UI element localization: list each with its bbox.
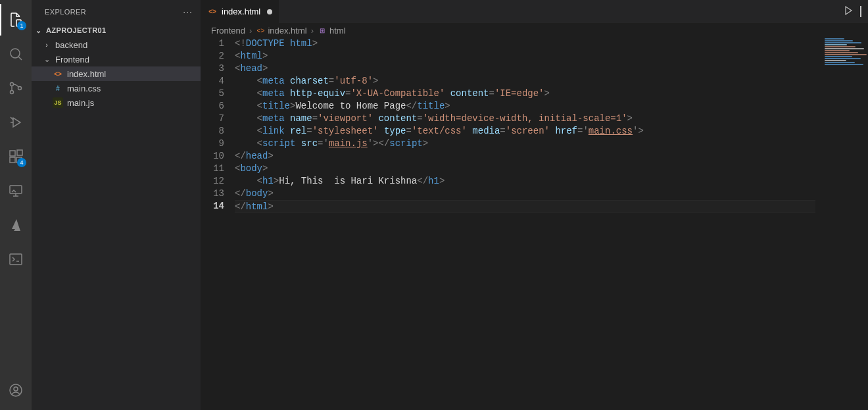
split-editor-icon[interactable] xyxy=(860,7,861,16)
activity-explorer[interactable]: 1 xyxy=(0,4,32,36)
editor-tabs: index.html xyxy=(201,0,868,23)
tree-label: backend xyxy=(55,40,87,50)
breadcrumb-segment[interactable]: Frontend xyxy=(211,26,245,36)
symbol-struct-icon: ⊞ xyxy=(318,26,327,35)
tree-label: index.html xyxy=(67,69,106,79)
html-file-icon: <> xyxy=(256,26,265,35)
activity-search[interactable] xyxy=(0,38,32,70)
breadcrumb-segment[interactable]: html xyxy=(329,26,346,36)
breadcrumb-segment[interactable]: index.html xyxy=(268,26,306,36)
extensions-badge: 4 xyxy=(17,158,26,167)
svg-rect-5 xyxy=(10,157,15,163)
svg-rect-8 xyxy=(10,186,22,193)
run-icon[interactable] xyxy=(843,5,854,18)
code-editor[interactable]: 1234567891011121314 <!DOCTYPE html><html… xyxy=(201,38,868,410)
explorer-title: EXPLORER xyxy=(45,8,86,16)
chevron-down-icon: ⌄ xyxy=(42,55,51,64)
html-file-icon xyxy=(53,68,63,79)
file-tree: ›backend⌄Frontendindex.htmlmain.cssJSmai… xyxy=(32,38,201,110)
activity-remote[interactable] xyxy=(0,175,32,207)
file-main-css[interactable]: main.css xyxy=(32,81,201,95)
chevron-right-icon: › xyxy=(311,26,314,36)
folder-backend[interactable]: ›backend xyxy=(32,38,201,52)
tab-dirty-indicator xyxy=(267,9,272,14)
editor-area: index.html Frontend›<>index.html›⊞html 1… xyxy=(201,0,868,410)
activity-extensions[interactable]: 4 xyxy=(0,141,32,172)
project-name: AZPROJECTR01 xyxy=(46,26,107,34)
chevron-right-icon: › xyxy=(42,41,51,49)
activity-bar: 1 4 xyxy=(0,0,32,410)
activity-run-debug[interactable] xyxy=(0,107,32,138)
activity-source-control[interactable] xyxy=(0,72,32,104)
activity-azure[interactable] xyxy=(0,209,32,241)
project-root-row[interactable]: ⌄ AZPROJECTR01 xyxy=(32,23,201,38)
svg-rect-4 xyxy=(10,151,15,156)
svg-point-11 xyxy=(14,387,18,391)
svg-point-0 xyxy=(11,49,20,58)
tree-label: Frontend xyxy=(55,55,89,64)
folder-frontend[interactable]: ⌄Frontend xyxy=(32,52,201,66)
svg-point-1 xyxy=(11,83,14,86)
chevron-down-icon: ⌄ xyxy=(34,26,43,35)
activity-terminal[interactable] xyxy=(0,243,32,275)
activity-account[interactable] xyxy=(0,374,32,406)
svg-point-2 xyxy=(11,91,14,94)
svg-point-3 xyxy=(18,87,22,90)
tree-label: main.css xyxy=(67,84,101,93)
breadcrumb[interactable]: Frontend›<>index.html›⊞html xyxy=(201,23,868,38)
explorer-badge: 1 xyxy=(17,21,26,30)
svg-rect-9 xyxy=(10,254,22,265)
css-file-icon xyxy=(53,83,63,93)
svg-rect-7 xyxy=(17,150,22,155)
explorer-more-icon[interactable]: ··· xyxy=(183,7,193,17)
line-number-gutter: 1234567891011121314 xyxy=(201,38,235,410)
html-file-icon xyxy=(207,7,218,17)
file-index-html[interactable]: index.html xyxy=(32,66,201,81)
code-content[interactable]: <!DOCTYPE html><html><head> <meta charse… xyxy=(235,38,868,410)
chevron-right-icon: › xyxy=(249,26,252,36)
file-main-js[interactable]: JSmain.js xyxy=(32,95,201,110)
tab-index-html[interactable]: index.html xyxy=(201,0,279,23)
tree-label: main.js xyxy=(67,98,94,108)
tab-label: index.html xyxy=(222,7,260,16)
js-file-icon: JS xyxy=(53,97,63,108)
explorer-sidebar: EXPLORER ··· ⌄ AZPROJECTR01 ›backend⌄Fro… xyxy=(32,0,201,410)
